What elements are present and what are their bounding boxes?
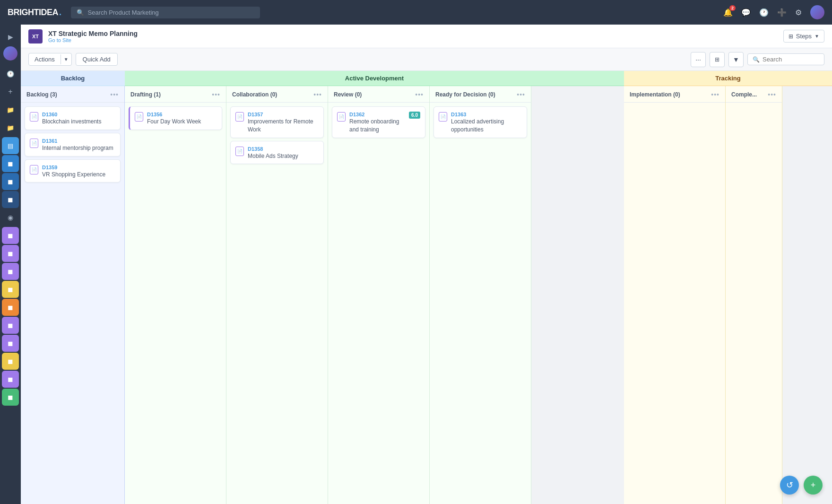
history-icon[interactable]: 🕐 [759, 8, 769, 17]
sidebar-folder1-icon[interactable]: 📁 [2, 101, 19, 118]
user-avatar[interactable] [810, 5, 824, 19]
actions-dropdown-button[interactable]: ▼ [61, 54, 71, 64]
complete-col-more[interactable]: ••• [768, 91, 776, 98]
implementation-col-more[interactable]: ••• [711, 91, 719, 98]
card-d1360[interactable]: 📄 D1360 Blockchain investments [25, 106, 121, 130]
tracking-columns: Implementation (0) ••• Comple... ••• [624, 86, 832, 504]
refresh-button[interactable]: ↺ [780, 476, 799, 495]
filter-button[interactable]: ▼ [728, 52, 744, 67]
card-d1357[interactable]: 📄 D1357 Improvements for Remote Work [230, 106, 324, 138]
active-dev-group-header: Active Development [125, 71, 624, 86]
card-title: Localized advertising opportunities [451, 118, 522, 134]
sidebar-app8-icon[interactable]: ◼ [2, 299, 19, 316]
drafting-column: Drafting (1) ••• 📄 D1356 Four Day Work W… [125, 86, 226, 504]
sidebar-app10-icon[interactable]: ◼ [2, 335, 19, 352]
card-title: Improvements for Remote Work [248, 118, 319, 134]
sidebar-app4-icon[interactable]: ◼ [2, 227, 19, 244]
group-by-button[interactable]: ⊞ [710, 52, 725, 67]
ready-col-body: 📄 D1363 Localized advertising opportunit… [430, 103, 531, 504]
column-search-bar[interactable]: 🔍 [747, 53, 824, 65]
drafting-col-body: 📄 D1356 Four Day Work Week [125, 103, 226, 504]
add-icon[interactable]: ➕ [777, 8, 787, 17]
drafting-col-more[interactable]: ••• [212, 91, 220, 98]
sidebar-add-icon[interactable]: + [2, 83, 19, 100]
review-col-body: 📄 D1362 Remote onboarding and training 6… [328, 103, 429, 504]
implementation-col-header: Implementation (0) ••• [624, 86, 725, 103]
card-d1358[interactable]: 📄 D1358 Mobile Ads Strategy [230, 141, 324, 165]
ready-col-more[interactable]: ••• [517, 91, 525, 98]
sidebar-clock-icon[interactable]: 🕐 [2, 65, 19, 82]
card-doc-icon: 📄 [337, 112, 346, 122]
settings-icon[interactable]: ⚙ [795, 8, 802, 17]
add-fab-button[interactable]: + [804, 476, 823, 495]
card-id: D1358 [248, 146, 319, 152]
collaboration-column: Collaboration (0) ••• 📄 D1357 Improvemen… [226, 86, 328, 504]
top-navigation: BRIGHTIDEA. 🔍 🔔 2 💬 🕐 ➕ ⚙ [0, 0, 832, 25]
card-id: D1357 [248, 112, 319, 117]
complete-column: Comple... ••• [726, 86, 782, 504]
sidebar-app9-icon[interactable]: ◼ [2, 317, 19, 334]
implementation-column: Implementation (0) ••• [624, 86, 726, 504]
collaboration-col-more[interactable]: ••• [313, 91, 322, 98]
more-options-button[interactable]: ··· [691, 52, 706, 67]
global-search-bar[interactable]: 🔍 [71, 7, 260, 18]
ready-for-decision-column: Ready for Decision (0) ••• 📄 D1363 Local… [430, 86, 531, 504]
backlog-column: Backlog (3) ••• 📄 D1360 Blockchain inves… [21, 86, 125, 504]
steps-dropdown[interactable]: ⊞ Steps ▼ [783, 30, 824, 43]
sidebar-app11-icon[interactable]: ◼ [2, 353, 19, 370]
filter-icon: ▼ [733, 56, 739, 63]
sidebar-app7-icon[interactable]: ◼ [2, 281, 19, 298]
backlog-col-header: Backlog (3) ••• [21, 86, 124, 103]
sidebar-app5-icon[interactable]: ◼ [2, 245, 19, 262]
sidebar-app13-icon[interactable]: ◼ [2, 389, 19, 406]
sidebar-app2-icon[interactable]: ◼ [2, 173, 19, 190]
backlog-columns: Backlog (3) ••• 📄 D1360 Blockchain inves… [21, 86, 125, 504]
card-d1362[interactable]: 📄 D1362 Remote onboarding and training 6… [332, 106, 425, 138]
review-col-more[interactable]: ••• [415, 91, 424, 98]
messages-icon[interactable]: 💬 [741, 8, 751, 17]
tracking-group-header: Tracking [624, 71, 832, 86]
sidebar-user-avatar[interactable] [3, 46, 17, 61]
sidebar-app1-icon[interactable]: ◼ [2, 155, 19, 172]
sidebar-app6-icon[interactable]: ◼ [2, 263, 19, 280]
card-title: Mobile Ads Strategy [248, 152, 319, 160]
quick-add-button[interactable]: Quick Add [76, 53, 118, 66]
card-title: Four Day Work Week [147, 118, 217, 126]
toolbar-right-controls: ··· ⊞ ▼ 🔍 [691, 52, 824, 67]
drafting-col-title: Drafting (1) [130, 91, 161, 98]
global-search-input[interactable] [88, 9, 254, 16]
sidebar-app3-icon[interactable]: ◼ [2, 191, 19, 208]
actions-button-group[interactable]: Actions ▼ [28, 53, 72, 66]
card-d1359[interactable]: 📄 D1359 VR Shopping Experience [25, 159, 121, 183]
backlog-col-body: 📄 D1360 Blockchain investments 📄 D1361 I… [21, 103, 124, 504]
toolbar: Actions ▼ Quick Add ··· ⊞ ▼ 🔍 [21, 48, 832, 71]
collaboration-col-body: 📄 D1357 Improvements for Remote Work 📄 D… [226, 103, 328, 504]
ready-col-header: Ready for Decision (0) ••• [430, 86, 531, 103]
card-doc-icon: 📄 [30, 165, 38, 174]
review-column: Review (0) ••• 📄 D1362 Remote onboarding… [328, 86, 430, 504]
sidebar-app12-icon[interactable]: ◼ [2, 371, 19, 388]
implementation-col-title: Implementation (0) [630, 91, 680, 98]
notifications-icon[interactable]: 🔔 2 [723, 8, 733, 17]
sidebar-kanban-icon[interactable]: ▤ [2, 137, 19, 154]
sidebar-circle-icon[interactable]: ◉ [2, 209, 19, 226]
collaboration-col-title: Collaboration (0) [232, 91, 277, 98]
program-link[interactable]: Go to Site [48, 37, 138, 43]
sidebar-folder2-icon[interactable]: 📁 [2, 119, 19, 136]
card-d1363[interactable]: 📄 D1363 Localized advertising opportunit… [433, 106, 527, 138]
card-doc-icon: 📄 [235, 147, 244, 156]
collapse-sidebar-button[interactable]: ▶ [2, 28, 19, 45]
card-title: Blockchain investments [42, 118, 115, 126]
notification-badge: 2 [729, 5, 736, 11]
card-d1361[interactable]: 📄 D1361 Internal mentorship program [25, 133, 121, 156]
program-info: XT Strategic Memo Planning Go to Site [48, 30, 138, 43]
implementation-col-body [624, 103, 725, 504]
card-d1356[interactable]: 📄 D1356 Four Day Work Week [129, 106, 222, 130]
actions-button[interactable]: Actions [29, 53, 61, 65]
column-search-input[interactable] [763, 56, 819, 63]
backlog-col-more[interactable]: ••• [110, 91, 119, 98]
steps-label: Steps [796, 33, 812, 40]
card-id: D1363 [451, 112, 522, 117]
active-dev-group: Active Development Drafting (1) ••• 📄 D1… [125, 71, 624, 504]
logo[interactable]: BRIGHTIDEA. [8, 8, 61, 17]
